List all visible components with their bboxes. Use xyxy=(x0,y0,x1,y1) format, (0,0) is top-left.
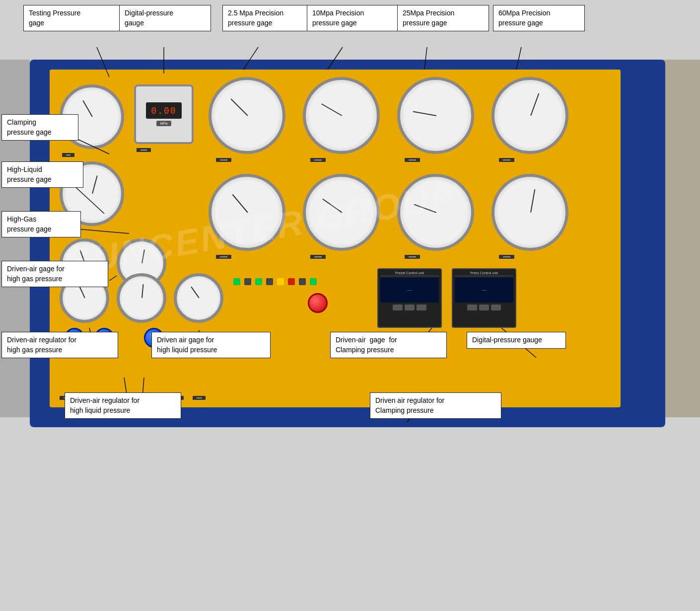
digital-label-bar: MPa xyxy=(156,121,171,126)
gauge-mid-2: ▪▪▪▪▪▪▪ xyxy=(303,174,380,251)
ctrl-btn-5[interactable] xyxy=(479,305,489,310)
gauge-2-5-label: ▪▪▪▪▪▪▪ xyxy=(216,158,231,162)
ctrl-btn-2[interactable] xyxy=(405,305,415,310)
gauge-2-5mpa: ▪▪▪▪▪▪▪ xyxy=(209,77,285,154)
led-green-3[interactable] xyxy=(310,278,317,285)
gauge-bottom-2 xyxy=(117,273,166,323)
wall-right xyxy=(660,60,700,417)
annotation-clamping-gage: Clampingpressure gage xyxy=(1,114,78,141)
annotation-60-mpa: 60Mpa Precisionpressure gage xyxy=(493,5,585,31)
testing-gauge-label: ▪▪▪▪ xyxy=(62,153,74,157)
annotation-2-5-mpa: 2.5 Mpa Precisionpressure gage xyxy=(222,5,314,31)
control-unit-2-screen: —— xyxy=(455,278,513,303)
gauge-60-label: ▪▪▪▪▪▪▪ xyxy=(499,158,514,162)
ctrl-btn-6[interactable] xyxy=(491,305,501,310)
digital-screen: 0.00 xyxy=(146,102,181,119)
gauge-25-label: ▪▪▪▪▪▪▪ xyxy=(405,158,420,162)
ctrl-btn-3[interactable] xyxy=(417,305,426,310)
gauge-mid4-label: ▪▪▪▪▪▪▪ xyxy=(499,255,514,259)
annotation-driven-gage-high-liquid: Driven air gage forhigh liquid pressure xyxy=(151,332,271,358)
annotation-digital-gauge-bottom: Digital-pressure gauge xyxy=(467,332,566,349)
led-red-1[interactable] xyxy=(288,278,295,285)
control-unit-2: Press Control unit —— xyxy=(452,268,516,328)
led-green-2[interactable] xyxy=(255,278,262,285)
gauge-mid3-label: ▪▪▪▪▪▪▪ xyxy=(405,255,420,259)
led-off-2 xyxy=(266,278,273,285)
annotation-10-mpa: 10Mpa Precisionpressure gage xyxy=(307,5,399,31)
emergency-stop[interactable] xyxy=(308,293,328,313)
gauge-mid1-label: ▪▪▪▪▪▪▪ xyxy=(216,255,231,259)
annotation-25-mpa: 25Mpa Precisionpressure gage xyxy=(397,5,489,31)
gauge-10-label: ▪▪▪▪▪▪▪ xyxy=(310,158,326,162)
led-green-1[interactable] xyxy=(233,278,240,285)
annotation-testing-pressure: Testing Pressuregage xyxy=(23,5,123,31)
annotation-driven-reg-high-gas: Driven-air regulator forhigh gas pressur… xyxy=(1,332,118,358)
gauge-bottom-3 xyxy=(174,273,223,323)
gauge-25mpa: ▪▪▪▪▪▪▪ xyxy=(397,77,474,154)
gauge-10mpa: ▪▪▪▪▪▪▪ xyxy=(303,77,380,154)
annotation-high-gas: High-Gaspressure gage xyxy=(1,211,81,237)
ctrl-btn-1[interactable] xyxy=(393,305,403,310)
control-unit-1: Preset Control unit —— xyxy=(377,268,442,328)
annotation-driven-reg-high-liquid: Driven-air regulator forhigh liquid pres… xyxy=(65,392,181,419)
led-off-3 xyxy=(299,278,306,285)
strip-7: ▪▪▪▪▪ xyxy=(193,396,206,400)
wall-left xyxy=(0,60,30,417)
annotation-high-liquid: High-Liquidpressure gage xyxy=(1,161,83,188)
led-yellow-1[interactable] xyxy=(277,278,284,285)
gauge-mid-4: ▪▪▪▪▪▪▪ xyxy=(491,174,568,251)
gauge-mid-1: ▪▪▪▪▪▪▪ xyxy=(209,174,285,251)
gauge-60mpa: ▪▪▪▪▪▪▪ xyxy=(491,77,568,154)
control-unit-1-title: Preset Control unit xyxy=(380,271,439,276)
digital-pressure-gauge-top: 0.00 MPa ▪▪▪▪▪▪ xyxy=(134,84,194,144)
control-panel: ▪▪▪▪ ▪▪▪▪ xyxy=(30,60,665,427)
annotation-driven-gage-high-gas: Driven-air gage forhigh gas pressure xyxy=(1,261,108,287)
gauge-mid-3: ▪▪▪▪▪▪▪ xyxy=(397,174,474,251)
led-off-1 xyxy=(244,278,251,285)
annotation-driven-gage-clamping: Driven-air gage forClamping pressure xyxy=(330,332,447,358)
control-unit-2-title: Press Control unit xyxy=(455,271,513,276)
ctrl-btn-4[interactable] xyxy=(467,305,477,310)
control-unit-1-screen: —— xyxy=(380,278,439,303)
annotation-driven-reg-clamping: Driven air regulator forClamping pressur… xyxy=(370,392,501,419)
digital-gauge-strip: ▪▪▪▪▪▪ xyxy=(137,148,151,152)
gauge-mid2-label: ▪▪▪▪▪▪▪ xyxy=(310,255,326,259)
annotation-digital-gauge-top: Digital-pressuregauge xyxy=(119,5,211,31)
led-strip xyxy=(233,278,317,285)
